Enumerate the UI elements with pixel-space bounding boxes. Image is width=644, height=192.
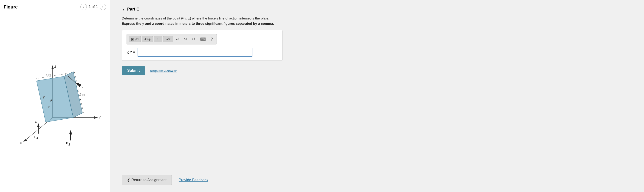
svg-text:F: F — [66, 141, 68, 145]
question-text: Determine the coordinates of the point P… — [122, 16, 632, 20]
svg-marker-26 — [37, 123, 40, 127]
svg-text:F: F — [79, 83, 81, 87]
svg-text:A: A — [34, 120, 37, 124]
return-label: Return to Assignment — [131, 178, 166, 182]
figure-content: z x y 4 m 6 m C P y — [4, 14, 106, 188]
matrix-sqrt-button[interactable]: ▣ √□ — [128, 36, 141, 42]
svg-text:A: A — [36, 137, 38, 140]
figure-header: Figure ‹ 1 of 1 › — [4, 4, 106, 12]
collapse-arrow[interactable]: ▼ — [122, 7, 125, 11]
figure-diagram: z x y 4 m 6 m C P y — [7, 53, 103, 150]
action-row: Submit Request Answer — [122, 66, 632, 75]
right-panel: ▼ Part C Determine the coordinates of th… — [110, 0, 644, 192]
answer-box: ▣ √□ ΑΣφ ↕↓ vec ↩ ↪ ↺ ⌨ — [122, 30, 282, 61]
unit-label: m — [255, 50, 258, 54]
svg-text:z: z — [54, 64, 56, 68]
part-header: ▼ Part C — [122, 7, 632, 12]
svg-text:z: z — [48, 105, 50, 109]
return-to-assignment-button[interactable]: ❮ Return to Assignment — [122, 175, 172, 185]
undo-button[interactable]: ↩ — [174, 35, 181, 43]
greek-icon: ΑΣφ — [144, 37, 150, 41]
redo-button[interactable]: ↪ — [182, 35, 189, 43]
chevron-left-icon: ❮ — [127, 178, 130, 182]
redo-icon: ↪ — [184, 37, 188, 42]
request-answer-button[interactable]: Request Answer — [150, 69, 176, 73]
help-icon: ? — [210, 37, 213, 42]
refresh-button[interactable]: ↺ — [190, 35, 197, 43]
input-label: y, z = — [126, 50, 135, 54]
svg-text:C: C — [65, 72, 68, 76]
math-toolbar: ▣ √□ ΑΣφ ↕↓ vec ↩ ↪ ↺ ⌨ — [126, 34, 217, 44]
svg-marker-7 — [94, 116, 98, 119]
svg-text:P: P — [50, 98, 52, 102]
question-bold: Express the y and z coordinates in meter… — [122, 21, 632, 25]
svg-text:x: x — [20, 141, 22, 145]
keyboard-button[interactable]: ⌨ — [198, 35, 208, 43]
svg-text:B: B — [68, 143, 70, 146]
question-block: Determine the coordinates of the point P… — [122, 16, 632, 25]
answer-input[interactable] — [138, 48, 252, 57]
figure-title: Figure — [4, 4, 18, 10]
sqrt-icon: √□ — [134, 37, 138, 41]
vec-label: vec — [166, 37, 171, 41]
svg-text:F: F — [34, 135, 36, 139]
undo-icon: ↩ — [176, 37, 179, 42]
keyboard-icon: ⌨ — [200, 37, 206, 42]
refresh-icon: ↺ — [192, 37, 196, 42]
matrix-sqrt-icon: ▣ — [131, 37, 134, 41]
svg-text:6 m: 6 m — [80, 93, 85, 96]
greek-symbols-button[interactable]: ΑΣφ — [142, 36, 153, 42]
arrows-icon: ↕↓ — [156, 37, 160, 41]
figure-nav: ‹ 1 of 1 › — [80, 4, 106, 10]
help-button[interactable]: ? — [209, 36, 215, 43]
left-panel: Figure ‹ 1 of 1 › z x y — [0, 0, 110, 192]
input-row: y, z = m — [126, 48, 278, 57]
svg-marker-22 — [76, 83, 79, 86]
svg-text:y: y — [43, 95, 45, 99]
submit-button[interactable]: Submit — [122, 66, 145, 75]
svg-text:C: C — [82, 85, 84, 89]
prev-figure-button[interactable]: ‹ — [80, 4, 87, 10]
svg-marker-1 — [52, 65, 54, 69]
svg-text:y: y — [98, 115, 100, 119]
figure-count: 1 of 1 — [89, 5, 98, 9]
vec-button[interactable]: vec — [163, 36, 173, 42]
svg-text:4 m: 4 m — [46, 73, 51, 77]
provide-feedback-button[interactable]: Provide Feedback — [179, 178, 208, 182]
next-figure-button[interactable]: › — [100, 4, 106, 10]
arrows-button[interactable]: ↕↓ — [154, 36, 162, 42]
bottom-row: ❮ Return to Assignment Provide Feedback — [122, 170, 632, 185]
part-label: Part C — [127, 7, 140, 12]
